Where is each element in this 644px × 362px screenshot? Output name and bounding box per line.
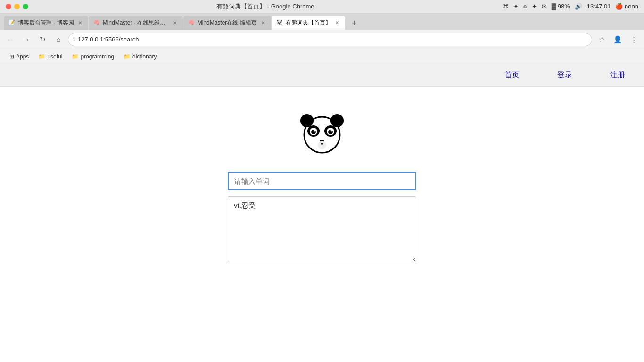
- toolbar-right: ☆ 👤 ⋮: [595, 33, 640, 46]
- tab-dictionary-close[interactable]: ✕: [334, 19, 340, 26]
- tab-blog-close[interactable]: ✕: [77, 19, 83, 26]
- bookmark-programming-label: programming: [81, 53, 114, 60]
- result-textarea[interactable]: vt.忍受: [228, 196, 416, 262]
- refresh-button[interactable]: ↻: [36, 33, 49, 46]
- bookmark-star-button[interactable]: ☆: [595, 33, 608, 46]
- apps-grid-icon: ⊞: [9, 53, 14, 60]
- svg-point-12: [331, 130, 332, 132]
- bookmark-programming[interactable]: 📁 programming: [68, 51, 118, 62]
- bluetooth-icon: ✦: [513, 3, 519, 10]
- nav-login-link[interactable]: 登录: [557, 70, 572, 80]
- tab-mindmaster1-favicon: 🧠: [93, 19, 100, 26]
- svg-point-14: [318, 141, 326, 149]
- menu-button[interactable]: ⋮: [627, 33, 640, 46]
- tab-mindmaster1-close[interactable]: ✕: [172, 19, 178, 26]
- nav-register-link[interactable]: 注册: [610, 70, 625, 80]
- bookmarks-bar: ⊞ Apps 📁 useful 📁 programming 📁 dictiona…: [0, 49, 644, 64]
- tab-dictionary-label: 有熊词典【首页】: [286, 19, 331, 27]
- maximize-button[interactable]: [23, 4, 28, 9]
- account-button[interactable]: 👤: [611, 33, 624, 46]
- folder-useful-icon: 📁: [38, 53, 45, 60]
- tab-dictionary[interactable]: 🐼 有熊词典【首页】 ✕: [272, 16, 345, 30]
- bluetooth2-icon: ✦: [532, 3, 537, 10]
- traffic-lights[interactable]: [6, 4, 28, 9]
- new-tab-button[interactable]: +: [347, 16, 361, 30]
- tab-mindmaster2-close[interactable]: ✕: [260, 19, 266, 26]
- bookmark-dictionary-label: dictionary: [132, 53, 157, 60]
- bookmark-dictionary[interactable]: 📁 dictionary: [120, 51, 160, 62]
- panda-logo: [294, 106, 350, 162]
- titlebar: 有熊词典【首页】 - Google Chrome ⌘ ✦ ⌾ ✦ ✉ ▓ 98%…: [0, 0, 644, 13]
- main-content: vt.忍受: [0, 87, 644, 362]
- user-icon: 🍎 noon: [615, 3, 638, 10]
- tab-mindmaster2-label: MindMaster在线-编辑页: [198, 19, 257, 27]
- bookmark-apps[interactable]: ⊞ Apps: [6, 51, 33, 62]
- mail-icon: ✉: [542, 3, 547, 10]
- tab-mindmaster1-label: MindMaster - 在线思维导…: [103, 19, 169, 27]
- window-title: 有熊词典【首页】 - Google Chrome: [32, 2, 499, 11]
- svg-point-9: [311, 130, 316, 134]
- site-nav: 首页 登录 注册: [0, 64, 644, 87]
- back-button[interactable]: ←: [4, 33, 17, 46]
- close-button[interactable]: [6, 4, 11, 9]
- forward-button[interactable]: →: [20, 33, 33, 46]
- command-icon: ⌘: [503, 3, 509, 10]
- svg-point-15: [321, 143, 323, 145]
- lock-icon: ℹ: [73, 36, 75, 42]
- address-bar[interactable]: ℹ 127.0.0.1:5566/search: [68, 33, 592, 46]
- clock: 13:47:01: [587, 3, 611, 10]
- address-text: 127.0.0.1:5566/search: [78, 36, 587, 43]
- tab-dictionary-favicon: 🐼: [276, 19, 283, 26]
- folder-dictionary-icon: 📁: [124, 53, 131, 60]
- svg-point-2: [303, 117, 311, 124]
- tabbar: 📝 博客后台管理 - 博客园 ✕ 🧠 MindMaster - 在线思维导… ✕…: [0, 13, 644, 30]
- tab-mindmaster2[interactable]: 🧠 MindMaster在线-编辑页 ✕: [183, 16, 272, 30]
- bookmark-useful-label: useful: [47, 53, 62, 60]
- wifi-icon: ⌾: [523, 3, 527, 10]
- search-input[interactable]: [228, 172, 416, 190]
- tab-blog-favicon: 📝: [8, 19, 15, 26]
- folder-programming-icon: 📁: [72, 53, 79, 60]
- toolbar: ← → ↻ ⌂ ℹ 127.0.0.1:5566/search ☆ 👤 ⋮: [0, 30, 644, 49]
- volume-icon: 🔊: [575, 3, 582, 10]
- tab-mindmaster1[interactable]: 🧠 MindMaster - 在线思维导… ✕: [89, 16, 183, 30]
- battery-indicator: ▓ 98%: [552, 3, 570, 10]
- tab-mindmaster2-favicon: 🧠: [188, 19, 195, 26]
- home-button[interactable]: ⌂: [52, 33, 65, 46]
- tab-blog[interactable]: 📝 博客后台管理 - 博客园 ✕: [4, 16, 88, 30]
- minimize-button[interactable]: [14, 4, 20, 9]
- bookmark-apps-label: Apps: [16, 53, 29, 60]
- bookmark-useful[interactable]: 📁 useful: [34, 51, 66, 62]
- nav-home-link[interactable]: 首页: [504, 70, 520, 80]
- titlebar-icons: ⌘ ✦ ⌾ ✦ ✉ ▓ 98% 🔊 13:47:01 🍎 noon: [503, 3, 638, 10]
- svg-point-10: [328, 130, 333, 134]
- svg-point-11: [314, 130, 315, 132]
- tab-blog-label: 博客后台管理 - 博客园: [18, 19, 74, 27]
- svg-point-4: [333, 117, 341, 124]
